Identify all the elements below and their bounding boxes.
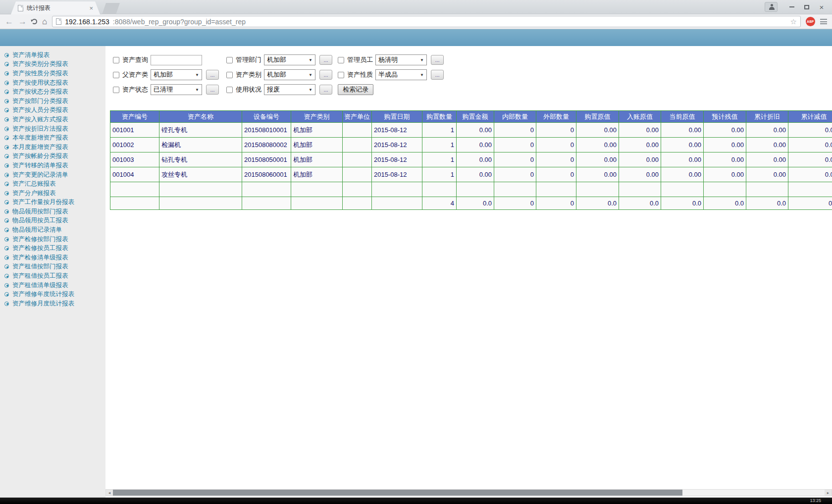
sidebar-item-label: 物品领用按员工报表 (12, 216, 68, 225)
forward-button[interactable]: → (18, 17, 27, 26)
scroll-right-arrow-icon[interactable]: ► (825, 490, 832, 496)
back-button[interactable]: ← (5, 17, 13, 26)
close-button[interactable]: × (814, 1, 829, 12)
browse-button[interactable]: ... (319, 85, 332, 95)
table-cell (343, 138, 372, 152)
sidebar-item[interactable]: 资产清单报表 (0, 50, 105, 60)
sidebar-item-label: 资产维修月度统计报表 (12, 300, 74, 308)
browse-button[interactable]: ... (206, 70, 219, 80)
sidebar-item[interactable]: 资产维修月度统计报表 (0, 299, 105, 308)
sidebar-item[interactable]: 资产转移的清单报表 (0, 161, 105, 170)
filter-select[interactable]: 半成品▼ (375, 69, 427, 80)
sidebar-item[interactable]: 资产按折旧方法报表 (0, 124, 105, 134)
report-sidebar-menu: 资产清单报表资产按类别分类报表资产按性质分类报表资产按使用状态报表资产按状态分类… (0, 46, 105, 498)
sidebar-item[interactable]: 资产按入账方式报表 (0, 115, 105, 124)
sidebar-item[interactable]: 资产按帐龄分类报表 (0, 152, 105, 161)
sidebar-item-label: 资产转移的清单报表 (12, 161, 68, 170)
filter-checkbox[interactable] (226, 87, 233, 93)
filter-checkbox[interactable] (113, 87, 119, 93)
sidebar-item[interactable]: 本月度新增资产报表 (0, 143, 105, 152)
browse-button[interactable]: ... (431, 70, 444, 80)
table-cell: 机加部 (291, 167, 343, 182)
table-cell: 001003 (110, 152, 159, 167)
filter-select-value: 杨清明 (378, 55, 398, 64)
sidebar-item[interactable]: 资产分户账报表 (0, 189, 105, 198)
filter-select[interactable]: 报废▼ (264, 84, 315, 95)
sidebar-item-label: 资产按人员分类报表 (12, 106, 68, 114)
sidebar-item[interactable]: 资产汇总账报表 (0, 179, 105, 189)
sidebar-item[interactable]: 资产按使用状态报表 (0, 78, 105, 88)
sidebar-item[interactable]: 资产租借按员工报表 (0, 271, 105, 281)
app-body: 资产清单报表资产按类别分类报表资产按性质分类报表资产按使用状态报表资产按状态分类… (0, 46, 832, 498)
asset-row: 001004攻丝专机201508060001机加部2015-08-1210.00… (110, 167, 832, 182)
adblock-extension-icon[interactable]: ABP (806, 17, 815, 26)
scroll-left-arrow-icon[interactable]: ◄ (106, 490, 113, 496)
sidebar-item[interactable]: 资产按部门分类报表 (0, 97, 105, 106)
filter-checkbox[interactable] (338, 57, 344, 63)
browser-tab[interactable]: 统计报表 × (11, 1, 100, 14)
filter-group: 资产状态已清理▼... (113, 84, 226, 95)
search-button[interactable]: 检索记录 (338, 84, 373, 95)
sidebar-item[interactable]: 资产变更的记录清单 (0, 170, 105, 180)
sidebar-item[interactable]: 物品领用按部门报表 (0, 207, 105, 216)
filter-select[interactable]: 机加部▼ (151, 69, 202, 80)
reload-button[interactable] (32, 19, 37, 24)
table-cell: 0.00 (619, 123, 661, 138)
scrollbar-thumb[interactable] (113, 490, 682, 496)
tab-close-icon[interactable]: × (89, 5, 93, 11)
browse-button[interactable]: ... (206, 85, 219, 95)
table-cell: 001001 (110, 123, 159, 138)
filter-select[interactable]: 机加部▼ (264, 54, 315, 65)
sidebar-item[interactable]: 资产按类别分类报表 (0, 60, 105, 69)
asset-row: 001003钻孔专机201508050001机加部2015-08-1210.00… (110, 152, 832, 167)
filter-select[interactable]: 杨清明▼ (375, 54, 427, 65)
new-tab-button[interactable] (102, 3, 120, 14)
sidebar-item[interactable]: 资产按状态分类报表 (0, 87, 105, 97)
browse-button[interactable]: ... (319, 55, 332, 65)
home-button[interactable]: ⌂ (42, 17, 47, 26)
minimize-button[interactable] (784, 1, 799, 12)
table-cell: 0 (536, 123, 576, 138)
sidebar-item[interactable]: 资产维修年度统计报表 (0, 290, 105, 299)
profile-button[interactable] (765, 2, 778, 12)
table-cell (343, 123, 372, 138)
filter-checkbox[interactable] (226, 57, 233, 63)
table-cell: 0 (536, 152, 576, 167)
sidebar-item[interactable]: 资产检修清单级报表 (0, 253, 105, 262)
filter-checkbox[interactable] (113, 57, 119, 63)
table-cell: 攻丝专机 (159, 167, 242, 182)
table-cell: 1 (422, 123, 457, 138)
browse-button[interactable]: ... (431, 55, 444, 65)
bullet-icon (4, 228, 9, 232)
sidebar-item[interactable]: 资产检修按员工报表 (0, 244, 105, 253)
sidebar-item[interactable]: 物品领用按员工报表 (0, 216, 105, 226)
bullet-icon (4, 163, 9, 168)
browser-menu-icon[interactable] (820, 19, 827, 24)
filter-select[interactable]: 机加部▼ (264, 69, 315, 80)
table-cell: 0.0 (619, 197, 661, 210)
sidebar-item[interactable]: 资产租借按部门报表 (0, 262, 105, 272)
sidebar-item[interactable]: 本年度新增资产报表 (0, 133, 105, 143)
filter-checkbox[interactable] (113, 72, 119, 78)
filter-checkbox[interactable] (338, 72, 344, 78)
filter-label: 管理员工 (347, 55, 375, 64)
filter-input[interactable] (151, 55, 202, 65)
bullet-icon (4, 218, 9, 223)
horizontal-scrollbar[interactable]: ◄ ► (105, 489, 832, 496)
maximize-button[interactable] (799, 1, 814, 12)
bookmark-star-icon[interactable]: ☆ (790, 17, 797, 26)
table-cell: 0.00 (576, 138, 619, 152)
asset-row: 001002检漏机201508080002机加部2015-08-1210.000… (110, 138, 832, 152)
sidebar-item[interactable]: 资产按性质分类报表 (0, 69, 105, 78)
sidebar-item[interactable]: 资产按人员分类报表 (0, 106, 105, 115)
browse-button[interactable]: ... (319, 70, 332, 80)
sidebar-item[interactable]: 物品领用记录清单 (0, 225, 105, 235)
filter-group: 资产类别机加部▼... (226, 69, 338, 80)
filter-checkbox[interactable] (226, 72, 233, 78)
sidebar-item[interactable]: 资产工作量按月份报表 (0, 198, 105, 207)
filter-select[interactable]: 已清理▼ (151, 84, 202, 95)
address-bar[interactable]: 192.168.1.253 :8088/web_rep_group?group_… (52, 16, 801, 27)
sidebar-item[interactable]: 资产租借清单级报表 (0, 281, 105, 290)
table-cell: 201508050001 (242, 152, 291, 167)
sidebar-item[interactable]: 资产检修按部门报表 (0, 235, 105, 244)
